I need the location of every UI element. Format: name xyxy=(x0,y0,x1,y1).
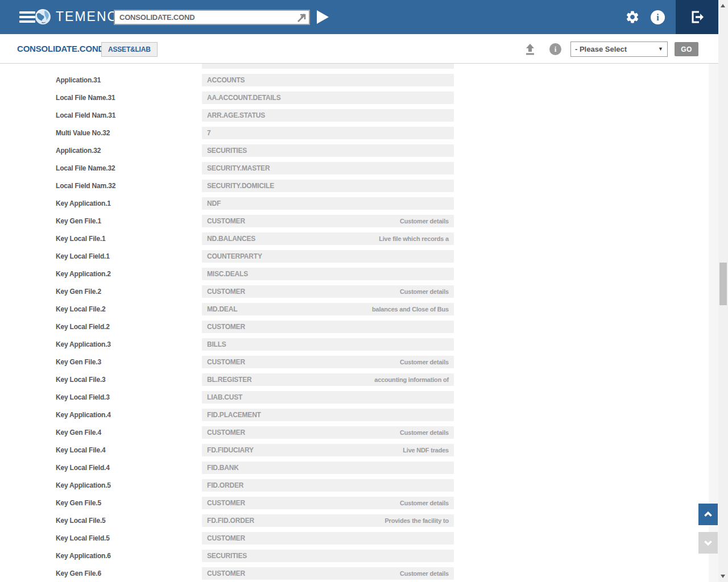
field-value-box[interactable]: MD.DEAL balances and Close of Bus xyxy=(202,303,454,315)
scrollbar-up-arrow-icon[interactable] xyxy=(721,4,725,7)
field-label: Key Gen File.5 xyxy=(56,497,101,509)
page-scrollbar[interactable] xyxy=(718,0,728,582)
field-value-box[interactable]: ND.BALANCES Live file which records a xyxy=(202,232,454,245)
field-row: Key Local File.2 MD.DEAL balances and Cl… xyxy=(0,303,709,321)
hamburger-bar xyxy=(19,11,35,14)
field-value-box[interactable]: CUSTOMER Customer details xyxy=(202,567,454,580)
field-value: AA.ACCOUNT.DETAILS xyxy=(207,94,281,102)
scrollbar-down-arrow-icon[interactable] xyxy=(721,575,725,578)
hamburger-menu-icon[interactable] xyxy=(19,11,35,23)
header-info-icon[interactable]: i xyxy=(651,10,665,24)
run-command-icon[interactable] xyxy=(317,10,329,24)
field-value-box[interactable]: SECURITIES xyxy=(202,144,454,157)
record-toolbar: CONSOLIDATE.COND ASSET&LIAB i - Please S… xyxy=(0,34,718,64)
open-in-window-icon[interactable] xyxy=(297,13,306,22)
field-value-box[interactable]: FID.PLACEMENT xyxy=(202,409,454,421)
field-value-box[interactable]: ARR.AGE.STATUS xyxy=(202,109,454,122)
field-row: Key Local Field.5 CUSTOMER xyxy=(0,532,709,550)
field-value: BILLS xyxy=(207,340,226,348)
field-value-box[interactable]: ACCOUNTS xyxy=(202,74,454,86)
field-row: Key Application.6 SECURITIES xyxy=(0,550,709,567)
settings-gear-icon[interactable] xyxy=(625,10,640,24)
field-value-box[interactable]: CUSTOMER Customer details xyxy=(202,497,454,509)
field-value-box[interactable]: AA.ACCOUNT.DETAILS xyxy=(202,92,454,104)
field-label: Key Application.4 xyxy=(56,409,111,421)
field-label: Application.31 xyxy=(56,74,101,86)
field-label: Key Local File.1 xyxy=(56,232,106,245)
hamburger-bar xyxy=(19,16,35,18)
field-value: CUSTOMER xyxy=(207,569,245,577)
field-value: CUSTOMER xyxy=(207,534,245,542)
sign-out-button[interactable] xyxy=(676,0,718,34)
field-value-box[interactable]: CUSTOMER Customer details xyxy=(202,426,454,439)
field-value-box[interactable]: CUSTOMER Customer details xyxy=(202,215,454,227)
field-hint: Live file which records a xyxy=(379,235,449,242)
field-value-box[interactable]: CUSTOMER xyxy=(202,321,454,333)
field-value: BL.REGISTER xyxy=(207,376,251,384)
field-row: Application.32 SECURITIES xyxy=(0,144,709,162)
field-value-box[interactable]: FD.FIDUCIARY Live NDF trades xyxy=(202,444,454,456)
field-value: SECURITIES xyxy=(207,552,247,560)
field-row: Key Local Field.2 CUSTOMER xyxy=(0,321,709,338)
field-row: Key Local Field.4 FID.BANK xyxy=(0,462,709,479)
field-row: Key Local File.4 FD.FIDUCIARY Live NDF t… xyxy=(0,444,709,462)
field-value: 7 xyxy=(207,129,210,137)
field-value-box[interactable]: FID.BANK xyxy=(202,462,454,474)
upload-icon[interactable] xyxy=(523,43,537,56)
field-row: Key Gen File.1 CUSTOMER Customer details xyxy=(0,215,709,232)
chevron-up-icon xyxy=(703,509,713,519)
field-label: Key Local File.4 xyxy=(56,444,106,456)
field-label: Key Application.5 xyxy=(56,479,111,492)
field-label: Local Field Nam.32 xyxy=(56,180,115,192)
field-value-box[interactable]: CUSTOMER xyxy=(202,532,454,544)
toolbar-info-icon[interactable]: i xyxy=(549,43,561,55)
field-value-box[interactable]: CUSTOMER Customer details xyxy=(202,285,454,298)
field-label: Key Gen File.4 xyxy=(56,426,101,439)
scroll-to-top-button[interactable] xyxy=(698,504,718,525)
field-value-box[interactable]: CUSTOMER Customer details xyxy=(202,356,454,368)
temenos-t24-app: TEMENOS i CONSOLIDATE.COND ASSET&LIAB xyxy=(0,0,728,582)
field-row: Key Gen File.5 CUSTOMER Customer details xyxy=(0,497,709,514)
field-value-box[interactable]: SECURITY.DOMICILE xyxy=(202,180,454,192)
field-value: CUSTOMER xyxy=(207,288,245,296)
field-label: Key Application.6 xyxy=(56,550,111,562)
field-row: Key Application.2 MISC.DEALS xyxy=(0,268,709,285)
scrollbar-thumb[interactable] xyxy=(719,263,727,305)
field-label: Key Local Field.3 xyxy=(56,391,110,404)
field-row: Key Application.1 NDF xyxy=(0,197,709,215)
field-value: FID.BANK xyxy=(207,464,239,472)
scroll-down-button[interactable] xyxy=(698,532,718,554)
field-hint: Customer details xyxy=(400,288,449,295)
field-value-box[interactable]: COUNTERPARTY xyxy=(202,250,454,263)
field-value-box[interactable]: NDF xyxy=(202,197,454,210)
field-label: Key Application.3 xyxy=(56,338,111,351)
field-value: CUSTOMER xyxy=(207,429,245,436)
field-value-box[interactable]: SECURITY.MASTER xyxy=(202,162,454,174)
field-value: SECURITIES xyxy=(207,147,247,155)
field-value-box[interactable]: SECURITIES xyxy=(202,550,454,562)
field-value-box[interactable]: BL.REGISTER accounting information of xyxy=(202,373,454,386)
go-button[interactable]: GO xyxy=(675,42,698,56)
field-row: Local Field Nam.31 ARR.AGE.STATUS xyxy=(0,109,709,127)
field-row: Key Local File.5 FD.FID.ORDER Provides t… xyxy=(0,514,709,532)
field-value-box[interactable]: FID.ORDER xyxy=(202,479,454,492)
field-value-box[interactable]: LIAB.CUST xyxy=(202,391,454,404)
chevron-down-icon xyxy=(703,538,713,548)
field-value: CUSTOMER xyxy=(207,358,245,366)
command-search-box xyxy=(114,10,310,25)
field-value-box[interactable]: BILLS xyxy=(202,338,454,351)
field-value-box[interactable]: FD.FID.ORDER Provides the facility to xyxy=(202,514,454,527)
field-label: Key Local Field.4 xyxy=(56,462,110,474)
field-value-box[interactable] xyxy=(202,64,454,69)
command-search-input[interactable] xyxy=(115,11,309,24)
field-label: Key Local Field.5 xyxy=(56,532,110,544)
field-value: SECURITY.MASTER xyxy=(207,164,270,172)
field-value: SECURITY.DOMICILE xyxy=(207,182,274,190)
field-row: Local File Name.32 SECURITY.MASTER xyxy=(0,162,709,180)
field-label: Key Local File.2 xyxy=(56,303,106,315)
action-select[interactable]: - Please Select xyxy=(570,41,668,57)
field-value-box[interactable]: 7 xyxy=(202,127,454,139)
field-value-box[interactable]: MISC.DEALS xyxy=(202,268,454,280)
field-value: FD.FIDUCIARY xyxy=(207,446,254,454)
field-row: Multi Value No.32 7 xyxy=(0,127,709,144)
